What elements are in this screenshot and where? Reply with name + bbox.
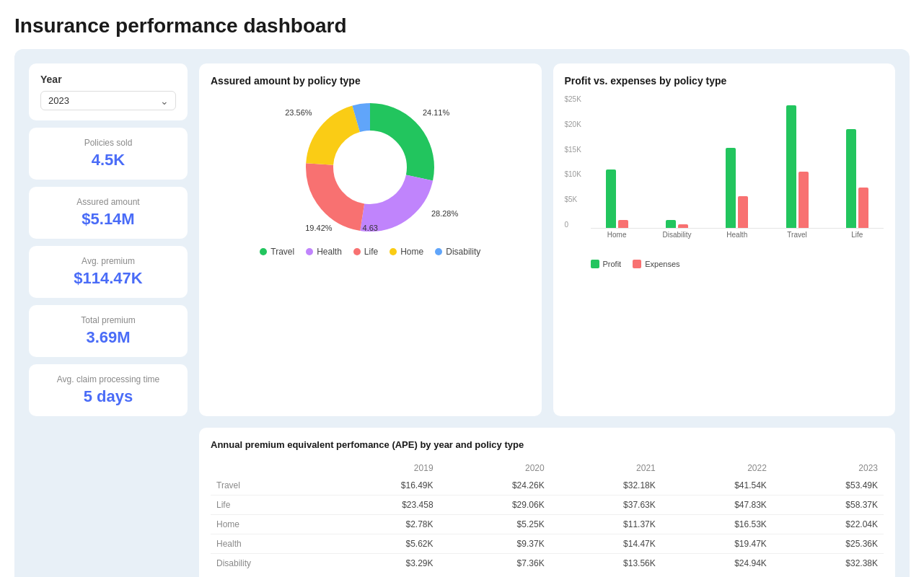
year-select-wrapper[interactable]: 2023 2022 2021 2020 2019: [40, 91, 176, 110]
year-card: Year 2023 2022 2021 2020 2019: [29, 63, 188, 120]
y-axis: $25K $20K $15K $10K $5K 0: [565, 95, 581, 229]
dashboard-background: Year 2023 2022 2021 2020 2019 Policies s…: [14, 49, 910, 577]
bar-legend-expenses: Expenses: [633, 260, 679, 268]
ape-table-row: Travel$16.49K$24.26K$32.18K$41.54K$53.49…: [211, 476, 884, 495]
kpi-column: Year 2023 2022 2021 2020 2019 Policies s…: [29, 63, 188, 416]
bar-expenses-life: [858, 188, 868, 228]
ape-cell-type: Disability: [211, 554, 327, 573]
ape-cell-life-2022: $47.83K: [661, 495, 773, 515]
bar-chart-area: $25K $20K $15K $10K $5K 0: [565, 95, 884, 268]
legend-label-travel: Travel: [270, 247, 294, 257]
legend-label-home: Home: [400, 247, 423, 257]
bar-profit-home: [606, 169, 616, 228]
y-label-20k: $20K: [565, 120, 581, 128]
ape-cell-travel-2020: $24.26K: [439, 476, 550, 495]
bar-profit-travel: [786, 105, 796, 228]
legend-dot-health: [306, 248, 313, 255]
bar-expenses-health: [738, 196, 748, 228]
ape-card: Annual premium equivalent perfomance (AP…: [199, 428, 895, 577]
ape-table: 2019 2020 2021 2022 2023 Travel$16.49K$2…: [211, 460, 884, 573]
policies-sold-value: 4.5K: [40, 151, 176, 169]
bar-expenses-home: [618, 220, 628, 228]
ape-cell-travel-2023: $53.49K: [773, 476, 884, 495]
page-title: Insurance performance dashboard: [14, 14, 910, 38]
legend-label-expenses: Expenses: [645, 260, 679, 268]
legend-dot-life: [353, 248, 361, 255]
ape-cell-travel-2021: $32.18K: [550, 476, 661, 495]
ape-table-row: Disability$3.29K$7.36K$13.56K$24.94K$32.…: [211, 554, 884, 573]
bar-pair-home: [606, 94, 628, 228]
ape-cell-home-2019: $2.78K: [327, 515, 439, 534]
ape-cell-health-2023: $25.36K: [773, 534, 884, 554]
ape-table-header-row: 2019 2020 2021 2022 2023: [211, 460, 884, 476]
legend-label-profit: Profit: [603, 260, 622, 268]
assured-amount-value: $5.14M: [40, 210, 176, 229]
legend-item-health: Health: [306, 247, 342, 257]
ape-col-2019: 2019: [327, 460, 439, 476]
pct-label-life: 23.56%: [285, 108, 312, 117]
legend-dot-disability: [435, 248, 442, 255]
ape-cell-home-2020: $5.25K: [439, 515, 550, 534]
bar-profit-health: [726, 148, 736, 228]
ape-col-2021: 2021: [550, 460, 661, 476]
ape-cell-type: Health: [211, 534, 327, 554]
bar-group-home: [591, 94, 643, 228]
ape-cell-disability-2023: $32.38K: [773, 554, 884, 573]
ape-cell-health-2020: $9.37K: [439, 534, 550, 554]
y-label-15k: $15K: [565, 146, 581, 154]
avg-claim-card: Avg. claim processing time 5 days: [29, 364, 188, 416]
legend-dot-travel: [260, 248, 267, 255]
year-label: Year: [40, 74, 176, 85]
ape-table-title: Annual premium equivalent perfomance (AP…: [211, 439, 884, 450]
ape-cell-home-2022: $16.53K: [661, 515, 773, 534]
bar-pair-health: [726, 94, 748, 228]
bar-profit-life: [846, 129, 856, 228]
bar-group-disability: [651, 94, 703, 228]
ape-cell-disability-2022: $24.94K: [661, 554, 773, 573]
ape-cell-life-2020: $29.06K: [439, 495, 550, 515]
ape-table-body: Travel$16.49K$24.26K$32.18K$41.54K$53.49…: [211, 476, 884, 573]
total-premium-label: Total premium: [40, 315, 176, 325]
y-label-25k: $25K: [565, 95, 581, 103]
ape-cell-disability-2021: $13.56K: [550, 554, 661, 573]
pct-label-travel: 28.28%: [431, 209, 458, 218]
x-label-disability: Disability: [651, 231, 703, 239]
pct-label-health: 24.11%: [423, 108, 449, 117]
legend-rect-profit: [591, 260, 599, 268]
y-label-5k: $5K: [565, 195, 581, 203]
ape-col-type: [211, 460, 327, 476]
x-label-life: Life: [831, 231, 884, 239]
ape-cell-home-2023: $22.04K: [773, 515, 884, 534]
bar-profit-disability: [666, 220, 676, 228]
ape-table-row: Health$5.62K$9.37K$14.47K$19.47K$25.36K: [211, 534, 884, 554]
bar-group-life: [831, 94, 884, 228]
legend-item-travel: Travel: [260, 247, 294, 257]
pct-label-disability: 4.63: [363, 224, 378, 232]
ape-cell-type: Life: [211, 495, 327, 515]
donut-svg-wrapper: 24.11% 23.56% 28.28% 19.42% 4.63: [298, 95, 442, 239]
total-premium-card: Total premium 3.69M: [29, 305, 188, 357]
bar-chart-card: Profit vs. expenses by policy type $25K …: [553, 63, 896, 416]
ape-table-row: Home$2.78K$5.25K$11.37K$16.53K$22.04K: [211, 515, 884, 534]
legend-rect-expenses: [633, 260, 641, 268]
x-label-travel: Travel: [770, 231, 823, 239]
ape-table-row: Life$23.458$29.06K$37.63K$47.83K$58.37K: [211, 495, 884, 515]
ape-cell-disability-2020: $7.36K: [439, 554, 550, 573]
bar-group-travel: [770, 94, 823, 228]
assured-amount-card: Assured amount $5.14M: [29, 187, 188, 239]
donut-hole: [334, 131, 406, 203]
bar-expenses-disability: [678, 224, 688, 228]
donut-chart-card: Assured amount by policy type: [199, 63, 542, 416]
legend-label-health: Health: [317, 247, 342, 257]
donut-svg: [298, 95, 442, 239]
x-label-home: Home: [591, 231, 643, 239]
policies-sold-label: Policies sold: [40, 138, 176, 148]
legend-item-home: Home: [390, 247, 423, 257]
year-select[interactable]: 2023 2022 2021 2020 2019: [40, 91, 176, 110]
ape-cell-home-2021: $11.37K: [550, 515, 661, 534]
avg-premium-value: $114.47K: [40, 269, 176, 288]
pct-label-home: 19.42%: [305, 224, 332, 232]
legend-dot-home: [390, 248, 397, 255]
assured-amount-label: Assured amount: [40, 197, 176, 207]
bars-container: [591, 95, 884, 229]
